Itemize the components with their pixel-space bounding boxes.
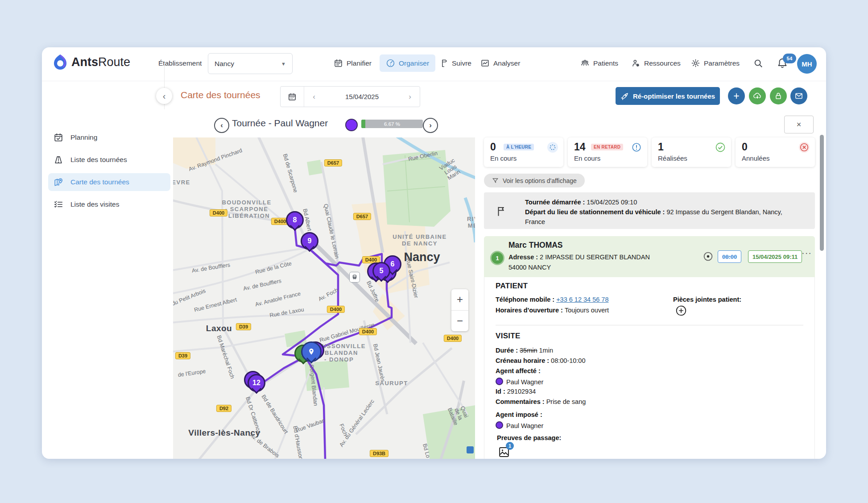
calendar-picker-button[interactable] — [281, 87, 304, 107]
attachments-label: Pièces jointes patient: — [673, 296, 741, 303]
stat-value: 14 — [574, 141, 586, 153]
sidebar-label: Liste des tournées — [70, 156, 127, 164]
zoom-out-button[interactable]: − — [451, 311, 468, 332]
sidebar-item-planning[interactable]: Planning — [48, 129, 170, 146]
info-value: 15/04/2025 09:10 — [585, 199, 637, 206]
notifications-bell[interactable]: 54 — [777, 58, 788, 71]
tab-analyser[interactable]: Analyser — [480, 58, 520, 68]
filter-icon — [492, 177, 499, 184]
stat-card-cancelled: 0 Annulées — [736, 137, 815, 167]
calendar-icon — [334, 58, 343, 68]
calendar-check-icon — [54, 133, 63, 142]
date-prev-button[interactable]: ‹ — [304, 92, 324, 101]
next-tour-button[interactable]: › — [423, 118, 438, 133]
sidebar-item-carte-tournees[interactable]: Carte des tournées — [48, 173, 170, 191]
add-button[interactable]: + — [728, 87, 745, 104]
status-badge: EN RETARD — [591, 144, 623, 150]
app-screen: AntsRoute Établissement Nancy ▼ Planifie… — [0, 0, 868, 503]
zoom-in-button[interactable]: + — [451, 289, 468, 311]
antsroute-logo[interactable]: AntsRoute — [53, 54, 130, 71]
road-shield-badge: D657 — [324, 159, 342, 166]
close-panel-button[interactable]: × — [784, 116, 814, 133]
nav-patients[interactable]: Patients — [580, 58, 618, 68]
establishment-value: Nancy — [215, 60, 234, 68]
notification-badge: 54 — [783, 54, 796, 63]
sidebar-item-liste-visites[interactable]: Liste des visites — [48, 195, 170, 213]
planned-time-badge[interactable]: 08:00 — [718, 250, 741, 263]
map-label: EVRE — [173, 179, 190, 186]
tab-planifier[interactable]: Planifier — [334, 58, 372, 68]
tab-suivre[interactable]: Suivre — [439, 58, 471, 68]
map-marker-12[interactable]: 12 — [248, 374, 265, 392]
sidebar-label: Carte des tournées — [70, 178, 129, 186]
stat-card-done: 1 Réalisées — [652, 137, 731, 167]
duration-old: 35min — [520, 347, 537, 354]
more-menu-icon[interactable]: ··· — [802, 248, 812, 258]
establishment-select[interactable]: Nancy ▼ — [208, 53, 293, 74]
stop-number-badge: 1 — [490, 251, 504, 265]
cloud-download-icon — [753, 91, 762, 100]
search-icon[interactable] — [753, 58, 763, 70]
stat-label: Réalisées — [658, 154, 687, 162]
map-marker-9[interactable]: 9 — [301, 232, 318, 250]
mail-button[interactable] — [790, 87, 807, 104]
road-shield-badge: D93B — [370, 450, 389, 457]
establishment-label: Établissement — [158, 59, 202, 67]
road-shield-badge: D657 — [353, 213, 371, 220]
date-value[interactable]: 15/04/2025 — [324, 93, 400, 100]
map-marker-selected[interactable] — [301, 341, 322, 362]
info-label: Tournée démarrée : — [525, 199, 585, 206]
stat-label: En cours — [490, 154, 517, 162]
locate-target-icon[interactable] — [703, 251, 714, 262]
gear-icon — [691, 58, 700, 68]
visit-id-row: Id : 29102934 — [496, 388, 536, 395]
route-map[interactable]: Av. Raymond PinchardEVREBd de ScarponeRu… — [173, 137, 475, 459]
assigned-agent-label: Agent affecté : — [496, 367, 541, 374]
road-shield-badge: D39 — [236, 323, 251, 330]
duration-row: Durée : 35min 1min — [496, 347, 553, 354]
export-button[interactable] — [749, 87, 766, 104]
timeslot-row: Créneau horaire : 08:00-10:00 — [496, 357, 586, 364]
map-marker-8[interactable]: 8 — [286, 211, 304, 229]
panel-scrollbar[interactable] — [820, 135, 824, 251]
collapse-sidebar-button[interactable]: ‹ — [156, 88, 172, 104]
lock-button[interactable] — [770, 87, 787, 104]
prev-tour-button[interactable]: ‹ — [214, 118, 229, 133]
map-label: SAURUPT — [375, 380, 408, 387]
tab-label: Planifier — [347, 59, 372, 67]
nav-parametres[interactable]: Paramètres — [691, 58, 740, 68]
agent-color-dot — [496, 421, 503, 429]
tab-organiser[interactable]: Organiser — [380, 54, 435, 72]
signpost-icon — [439, 58, 448, 68]
avatar[interactable]: MH — [797, 54, 817, 74]
add-attachment-icon[interactable] — [675, 305, 687, 316]
stat-card-late: 14 EN RETARD En cours — [568, 137, 647, 167]
status-badge: À L'HEURE — [504, 144, 534, 150]
cancel-circle-icon — [799, 142, 810, 153]
date-next-button[interactable]: › — [400, 92, 420, 101]
nav-ressources[interactable]: Ressources — [631, 58, 681, 68]
map-zoom-control: + − — [451, 289, 468, 331]
sidebar-item-liste-tournees[interactable]: Liste des tournées — [48, 151, 170, 169]
proof-photo-thumbnail[interactable]: 1 — [498, 446, 510, 458]
map-label: Laxou — [206, 324, 232, 333]
tour-progress-bar: 6.67 % — [361, 120, 423, 128]
proofs-label: Preuves de passage: — [497, 434, 561, 441]
actual-time-badge[interactable]: 15/04/2025 09:11 — [748, 250, 802, 263]
display-options-label: Voir les options d'affichage — [503, 177, 577, 184]
opening-hours-row: Horaires d'ouverture : Toujours ouvert — [496, 307, 609, 314]
display-options-button[interactable]: Voir les options d'affichage — [484, 174, 585, 187]
nav-label: Ressources — [644, 59, 681, 67]
visit-card-header[interactable]: 1 Marc THOMAS Adresse : 2 IMPASSE DU SER… — [484, 236, 815, 277]
reoptimize-button[interactable]: Ré-optimiser les tournées — [616, 87, 720, 105]
map-marker-5[interactable]: 5 — [372, 262, 390, 280]
phone-link[interactable]: +33 6 12 34 56 78 — [556, 296, 608, 303]
agent-color-dot — [496, 378, 503, 385]
checklist-icon — [54, 200, 63, 209]
lock-icon — [774, 91, 783, 100]
tour-start-text: Tournée démarrée : 15/04/2025 09:10 Dépa… — [525, 197, 802, 227]
agent-color-dot — [345, 119, 358, 131]
tab-label: Suivre — [452, 59, 471, 67]
imposed-agent-label: Agent imposé : — [496, 411, 542, 418]
tour-start-info: Tournée démarrée : 15/04/2025 09:10 Dépa… — [484, 192, 815, 229]
